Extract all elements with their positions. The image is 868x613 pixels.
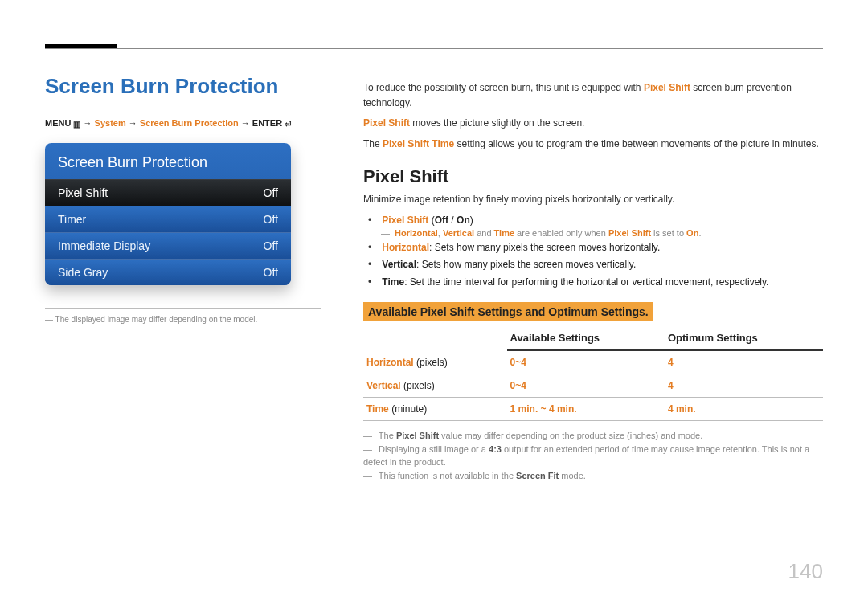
text: and [474,228,493,238]
text: are enabled only when [514,228,608,238]
bullet-horizontal: Horizontal: Sets how many pixels the scr… [381,239,823,257]
text: : Set the time interval for performing t… [404,276,768,288]
table-section-heading: Available Pixel Shift Settings and Optim… [363,302,653,321]
breadcrumb-arrow: → [84,118,95,128]
menu-row-label: Pixel Shift [58,186,108,199]
menu-row-value: Off [264,239,278,252]
table-row: Horizontal (pixels) 0~4 4 [363,350,823,374]
text: moves the picture slightly on the screen… [410,117,584,129]
menu-panel: Screen Burn Protection Pixel Shift Off T… [45,143,291,285]
highlight: Vertical [366,380,401,391]
footnotes: The Pixel Shift value may differ dependi… [363,429,823,482]
page: Screen Burn Protection MENU ▥ → System →… [0,0,868,613]
text: This function is not available in the [379,471,516,480]
cell-optimum: 4 min. [665,398,823,421]
menu-row-pixel-shift[interactable]: Pixel Shift Off [45,179,291,206]
text: setting allows you to program the time b… [454,138,819,149]
text: is set to [651,228,686,238]
cell-optimum: 4 [665,374,823,398]
table-row: Time (minute) 1 min. ~ 4 min. 4 min. [363,398,823,421]
menu-row-label: Immediate Display [58,239,150,252]
cell-label: Time (minute) [363,398,507,421]
col-blank [363,326,507,350]
unit: (pixels) [401,380,435,391]
breadcrumb-arrow: → [129,118,140,128]
intro-para-1: To reduce the possibility of screen burn… [363,80,823,111]
menu-row-timer[interactable]: Timer Off [45,206,291,232]
text: mode. [559,471,586,480]
highlight: Horizontal [382,242,429,253]
bullet-time: Time: Set the time interval for performi… [381,274,823,292]
table-header-row: Available Settings Optimum Settings [363,326,823,350]
breadcrumb-menu: MENU [45,118,71,128]
disclaimer-text: The displayed image may differ depending… [45,315,321,324]
intro-para-3: The Pixel Shift Time setting allows you … [363,137,823,152]
top-bar-accent [45,44,117,48]
highlight: Pixel Shift [363,117,410,129]
text: ( [428,215,434,226]
cell-label: Vertical (pixels) [363,374,507,398]
highlight: Screen Fit [516,471,559,480]
text: On [457,215,470,226]
highlight: Pixel Shift Time [383,138,454,149]
breadcrumb-sbp: Screen Burn Protection [140,118,239,128]
text: ) [470,215,473,226]
cell-label: Horizontal (pixels) [363,350,507,374]
col-optimum: Optimum Settings [665,326,823,350]
unit: (minute) [389,403,427,415]
menu-row-label: Side Gray [58,266,108,279]
highlight: Pixel Shift [608,228,651,238]
sub-intro: Minimize image retention by finely movin… [363,192,823,207]
text: : Sets how many pixels the screen moves … [429,242,660,253]
text: . [698,228,701,238]
intro-para-2: Pixel Shift moves the picture slightly o… [363,116,823,131]
breadcrumb-system: System [95,118,126,128]
text: : Sets how many pixels the screen moves … [416,259,636,270]
footnote-item: This function is not available in the Sc… [363,469,823,483]
col-available: Available Settings [507,326,665,350]
divider [45,308,321,309]
highlight: Vertical [382,259,416,270]
page-number: 140 [788,559,823,584]
menu-icon: ▥ [73,120,80,129]
highlight: Time [382,276,404,288]
page-title: Screen Burn Protection [45,74,321,99]
breadcrumb-enter: ENTER [252,118,282,128]
table-row: Vertical (pixels) 0~4 4 [363,374,823,398]
sub-note: Horizontal, Vertical and Time are enable… [363,228,823,238]
top-rule [45,48,823,49]
menu-row-value: Off [264,213,278,226]
menu-row-side-gray[interactable]: Side Gray Off [45,259,291,285]
unit: (pixels) [414,357,448,368]
enter-icon: ⏎ [285,120,291,129]
bullet-list: Horizontal: Sets how many pixels the scr… [363,239,823,292]
menu-row-value: Off [264,266,278,279]
text: The [379,431,396,440]
sub-heading: Pixel Shift [363,166,823,187]
highlight: 4:3 [489,444,502,454]
highlight: Time [494,228,514,238]
menu-panel-title: Screen Burn Protection [45,143,291,179]
highlight: Vertical [443,228,474,238]
highlight: Horizontal [366,357,414,368]
left-column: Screen Burn Protection MENU ▥ → System →… [45,74,321,324]
highlight: On [686,228,698,238]
highlight: Pixel Shift [396,431,439,440]
right-column: To reduce the possibility of screen burn… [363,80,823,482]
breadcrumb: MENU ▥ → System → Screen Burn Protection… [45,118,321,129]
footnote-item: The Pixel Shift value may differ dependi… [363,429,823,443]
text: The [363,138,383,149]
highlight: Time [366,403,389,415]
bullet-vertical: Vertical: Sets how many pixels the scree… [381,256,823,274]
bullet-pixel-shift: Pixel Shift (Off / On) [381,212,823,230]
highlight: Horizontal [395,228,438,238]
cell-optimum: 4 [665,350,823,374]
highlight: Pixel Shift [644,82,690,93]
cell-available: 1 min. ~ 4 min. [507,398,665,421]
text: Displaying a still image or a [379,444,489,454]
text: Off [435,215,448,226]
text: / [448,215,457,226]
highlight: Pixel Shift [382,215,428,226]
menu-row-immediate-display[interactable]: Immediate Display Off [45,232,291,259]
cell-available: 0~4 [507,374,665,398]
